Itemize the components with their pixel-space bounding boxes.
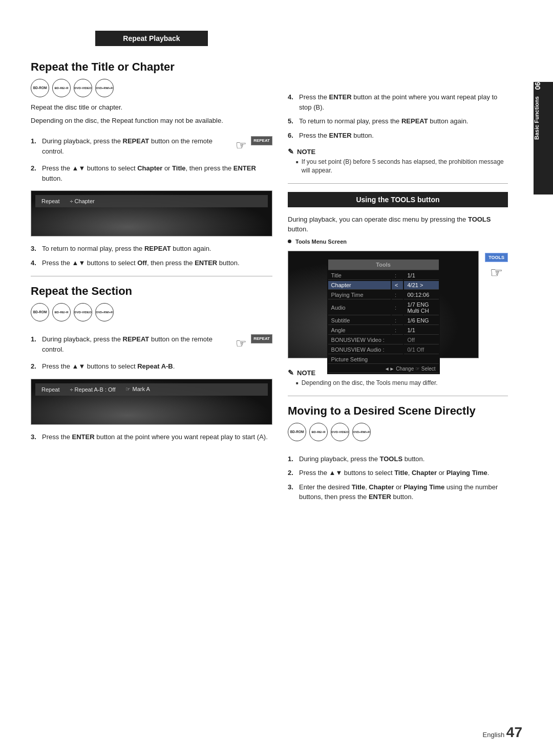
note-title1: ✎ NOTE	[288, 147, 508, 156]
disc-badge-dvdrw3: DVD+RW/+R	[352, 423, 371, 441]
disc-badge-dvdvideo3: DVD-VIDEO	[331, 423, 349, 441]
disc-icons-row3: BD-ROM BD-RE/-R DVD-VIDEO DVD+RW/+R	[288, 423, 508, 441]
tools-cell-pt-label: Playing Time	[328, 291, 391, 299]
note-label2: NOTE	[297, 369, 315, 377]
section2-step2: 2. Press the ▲▼ buttons to select Repeat…	[31, 361, 272, 372]
tools-cell-audio-val: 1/7 ENG Multi CH	[404, 300, 438, 315]
disc-icons-row1: BD-ROM BD-RE/-R DVD-VIDEO DVD+RW/+R	[31, 79, 272, 97]
step4: 4. Press the ▲▼ buttons to select Off, t…	[31, 258, 272, 268]
tools-cell-pt-val: 00:12:06	[404, 291, 438, 299]
tools-remote-hand: ☞	[490, 264, 503, 281]
tools-table: Tools Title : 1/1 Chapter <	[327, 258, 440, 374]
tools-cell-bvvideo-val: Off	[404, 336, 438, 344]
right-step4-num: 4.	[288, 92, 296, 112]
disc-badge-bdrom3: BD-ROM	[288, 423, 306, 441]
divider2	[288, 183, 508, 184]
right-step5-num: 5.	[288, 116, 296, 126]
section2-step3-text: Press the ENTER button at the point wher…	[42, 432, 272, 442]
right-step4-text: Press the ENTER button at the point wher…	[299, 92, 508, 112]
repeat-ab-overlay: Repeat ÷ Repeat A-B : Off ☞ Mark A	[35, 383, 268, 396]
moving-step1-num: 1.	[288, 454, 296, 464]
moving-step1-text: During playback, press the TOOLS button.	[299, 454, 508, 464]
section1-title: Repeat the Title or Chapter	[31, 60, 272, 74]
repeat-chapter-overlay: Repeat ÷ Chapter	[35, 195, 268, 207]
page-number-big: 47	[506, 724, 522, 740]
right-step6-num: 6.	[288, 131, 296, 141]
step3-num: 3.	[31, 244, 39, 254]
section2-step1: 1. During playback, press the REPEAT but…	[31, 334, 272, 354]
disc-badge-bdrer: BD-RE/-R	[52, 79, 71, 97]
page-number: English 47	[483, 724, 522, 741]
right-step6-text: Press the ENTER button.	[299, 131, 508, 141]
divider3	[288, 396, 508, 396]
intro1-text: Repeat the disc title or chapter.	[31, 102, 272, 113]
tools-row-chapter: Chapter < 4/21 >	[328, 281, 439, 290]
tools-cell-sub-label: Subtitle	[328, 316, 391, 325]
tools-cell-chapter-val: 4/21 >	[404, 281, 438, 290]
side-tab: 06 Basic Functions	[534, 0, 553, 756]
disc-badge-bdrom2: BD-ROM	[31, 303, 49, 321]
note-item2: Depending on the disc, the Tools menu ma…	[296, 379, 508, 387]
tools-cell-title-label: Title	[328, 271, 391, 280]
right-step5: 5. To return to normal play, press the R…	[288, 116, 508, 126]
repeat-badge1: REPEAT	[251, 136, 272, 145]
step3: 3. To return to normal play, press the R…	[31, 244, 272, 254]
step1-num: 1.	[31, 136, 39, 156]
side-tab-black: 06 Basic Functions	[534, 82, 553, 195]
note-icon1: ✎	[288, 147, 294, 156]
tools-cell-sub-sep: :	[392, 316, 403, 325]
repeat-ab-label: Repeat	[41, 386, 59, 393]
disc-icons-row2: BD-ROM BD-RE/-R DVD-VIDEO DVD+RW/+R	[31, 303, 272, 321]
section2-step1-text: During playback, press the REPEAT button…	[42, 334, 228, 354]
chapter-label: Basic Functions	[534, 96, 540, 142]
moving-step2-text: Press the ▲▼ buttons to select Title, Ch…	[299, 468, 508, 478]
moving-step1: 1. During playback, press the TOOLS butt…	[288, 454, 508, 464]
tools-row-subtitle: Subtitle : 1/6 ENG	[328, 316, 439, 325]
step4-num: 4.	[31, 258, 39, 268]
tools-cell-angle-sep: :	[392, 326, 403, 335]
mark-a-label: ☞ Mark A	[125, 386, 150, 393]
right-step4: 4. Press the ENTER button at the point w…	[288, 92, 508, 112]
repeat-badge2: REPEAT	[251, 334, 272, 343]
note-list1: If you set point (B) before 5 seconds ha…	[288, 158, 508, 175]
disc-badge-bdrer3: BD-RE/-R	[309, 423, 328, 441]
tools-cell-chapter-sep: <	[392, 281, 403, 290]
tools-cell-audio-label: Audio	[328, 300, 391, 315]
section2-step3-num: 3.	[31, 432, 39, 442]
tools-cell-bvaudio-label: BONUSVIEW Audio :	[328, 345, 403, 354]
chapter-label: ÷ Chapter	[70, 198, 94, 204]
bullet-dot	[288, 240, 291, 243]
tools-row-angle: Angle : 1/1	[328, 326, 439, 335]
disc-badge-dvdvideo2: DVD-VIDEO	[74, 303, 92, 321]
intro2-text: Depending on the disc, the Repeat functi…	[31, 116, 272, 126]
tools-cell-angle-label: Angle	[328, 326, 391, 335]
note-icon2: ✎	[288, 369, 294, 377]
step2-text: Press the ▲▼ buttons to select Chapter o…	[42, 163, 272, 183]
tools-cell-angle-val: 1/1	[404, 326, 438, 335]
divider1	[31, 276, 272, 276]
repeat-label: Repeat	[41, 198, 59, 204]
moving-step2-num: 2.	[288, 468, 296, 478]
disc-badge-dvdrw: DVD+RW/+R	[95, 79, 114, 97]
right-step5-text: To return to normal play, press the REPE…	[299, 116, 508, 126]
step3-text: To return to normal play, press the REPE…	[42, 244, 272, 254]
moving-section-title: Moving to a Desired Scene Directly	[288, 404, 508, 418]
section2-step2-num: 2.	[31, 361, 39, 372]
step2-num: 2.	[31, 163, 39, 183]
remote-hand-icon2: ☞	[236, 334, 247, 354]
moving-step3-num: 3.	[288, 482, 296, 502]
tools-row-playingtime: Playing Time : 00:12:06	[328, 291, 439, 299]
step1-text: During playback, press the REPEAT button…	[42, 136, 228, 156]
tools-footer-row: ◄► Change ☞ Select	[328, 365, 439, 373]
tools-footer-text: ◄► Change ☞ Select	[328, 365, 439, 373]
section2-step3: 3. Press the ENTER button at the point w…	[31, 432, 272, 442]
disc-badge-bdrom: BD-ROM	[31, 79, 49, 97]
tools-row-audio: Audio : 1/7 ENG Multi CH	[328, 300, 439, 315]
section2-step1-num: 1.	[31, 334, 39, 354]
tools-header: Using the TOOLS button	[288, 192, 508, 207]
tools-row-bvvideo: BONUSVIEW Video : Off	[328, 336, 439, 344]
chapter-number: 06	[534, 82, 542, 96]
step2: 2. Press the ▲▼ buttons to select Chapte…	[31, 163, 272, 183]
tools-cell-title-sep: :	[392, 271, 403, 280]
tools-menu-screenshot: Tools Title : 1/1 Chapter <	[288, 251, 479, 358]
